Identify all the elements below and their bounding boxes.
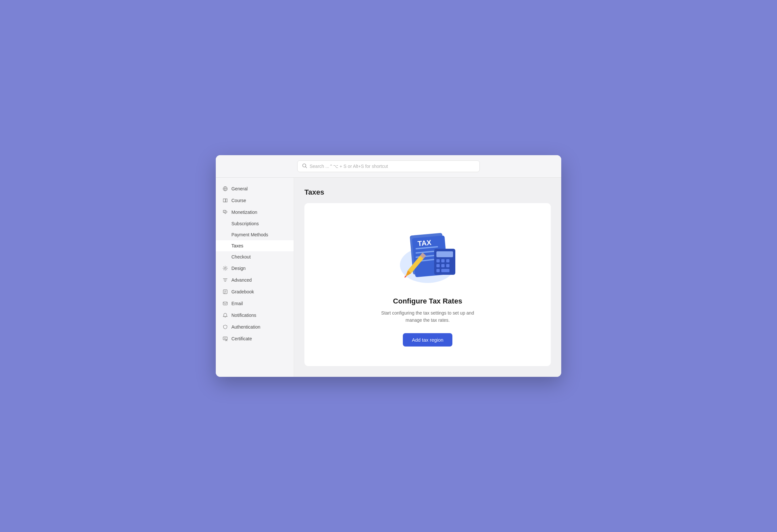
sidebar-label-design: Design xyxy=(231,266,246,271)
sidebar-item-certificate[interactable]: Certificate xyxy=(216,333,294,344)
sidebar-label-course: Course xyxy=(231,198,246,203)
svg-rect-31 xyxy=(436,264,440,267)
sidebar-label-certificate: Certificate xyxy=(231,336,252,341)
svg-text:TAX: TAX xyxy=(417,238,432,248)
svg-line-1 xyxy=(306,167,307,168)
sidebar-item-subscriptions[interactable]: Subscriptions xyxy=(216,218,294,229)
sidebar-item-checkout[interactable]: Checkout xyxy=(216,251,294,262)
add-tax-region-button[interactable]: Add tax region xyxy=(403,333,453,346)
sidebar-label-monetization: Monetization xyxy=(231,210,257,215)
svg-rect-27 xyxy=(436,251,453,257)
sidebar-label-checkout: Checkout xyxy=(231,254,251,259)
book-icon xyxy=(222,198,228,203)
page-title: Taxes xyxy=(304,188,551,197)
svg-rect-32 xyxy=(441,264,445,267)
gear-icon xyxy=(222,265,228,271)
taxes-card: TAX xyxy=(304,203,551,366)
sidebar-item-taxes[interactable]: Taxes xyxy=(216,240,294,251)
main-content: General Course xyxy=(216,178,561,377)
sidebar-label-general: General xyxy=(231,186,248,191)
app-window: Search ...⌃⌥ + S or Alt+S for shortcut G… xyxy=(216,155,561,377)
sidebar-label-payment-methods: Payment Methods xyxy=(231,232,268,237)
svg-rect-35 xyxy=(441,269,449,272)
svg-rect-33 xyxy=(446,264,449,267)
filter-icon xyxy=(222,277,228,283)
sidebar-label-gradebook: Gradebook xyxy=(231,289,254,294)
sidebar-item-monetization[interactable]: Monetization xyxy=(216,206,294,218)
search-icon xyxy=(302,163,307,169)
sidebar-item-advanced[interactable]: Advanced xyxy=(216,274,294,286)
svg-rect-34 xyxy=(436,269,440,272)
gradebook-icon xyxy=(222,289,228,295)
sidebar-label-authentication: Authentication xyxy=(231,324,260,330)
sidebar-label-subscriptions: Subscriptions xyxy=(231,221,259,226)
search-placeholder: Search ...⌃⌥ + S or Alt+S for shortcut xyxy=(310,164,388,169)
certificate-icon xyxy=(222,336,228,342)
sidebar-label-notifications: Notifications xyxy=(231,313,256,318)
globe-icon xyxy=(222,186,228,192)
bell-icon xyxy=(222,312,228,318)
sidebar-label-taxes: Taxes xyxy=(231,243,243,248)
configure-desc: Start configuring the tax settings to se… xyxy=(375,309,480,324)
svg-rect-13 xyxy=(223,302,227,305)
configure-title: Configure Tax Rates xyxy=(393,297,462,305)
shield-icon xyxy=(222,324,228,330)
svg-rect-29 xyxy=(441,259,445,262)
sidebar-label-email: Email xyxy=(231,301,243,306)
sidebar-item-email[interactable]: Email xyxy=(216,298,294,309)
svg-point-7 xyxy=(224,211,225,212)
tag-icon xyxy=(222,209,228,215)
tax-illustration: TAX xyxy=(392,223,463,288)
svg-rect-28 xyxy=(436,259,440,262)
svg-rect-30 xyxy=(446,259,449,262)
email-icon xyxy=(222,301,228,306)
sidebar: General Course xyxy=(216,178,294,377)
sidebar-item-gradebook[interactable]: Gradebook xyxy=(216,286,294,298)
sidebar-item-payment-methods[interactable]: Payment Methods xyxy=(216,229,294,240)
sidebar-item-course[interactable]: Course xyxy=(216,195,294,206)
svg-point-8 xyxy=(225,268,226,269)
sidebar-item-general[interactable]: General xyxy=(216,183,294,195)
content-area: Taxes T xyxy=(294,178,561,377)
sidebar-item-authentication[interactable]: Authentication xyxy=(216,321,294,333)
sidebar-label-advanced: Advanced xyxy=(231,278,252,283)
search-bar[interactable]: Search ...⌃⌥ + S or Alt+S for shortcut xyxy=(297,161,480,172)
top-bar: Search ...⌃⌥ + S or Alt+S for shortcut xyxy=(216,155,561,178)
sidebar-item-design[interactable]: Design xyxy=(216,262,294,274)
sidebar-item-notifications[interactable]: Notifications xyxy=(216,309,294,321)
